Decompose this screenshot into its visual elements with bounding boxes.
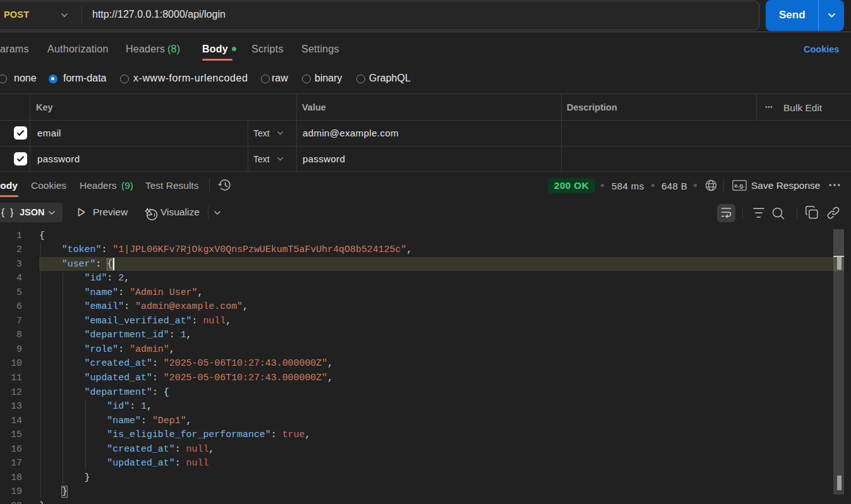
- svg-text:e.g.: e.g.: [734, 182, 744, 189]
